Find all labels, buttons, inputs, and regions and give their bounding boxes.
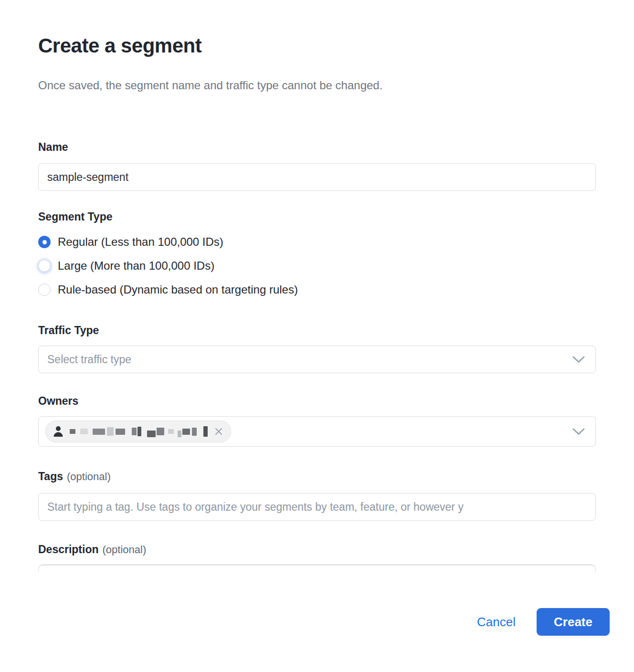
tags-label-text: Tags — [38, 470, 63, 483]
name-label: Name — [38, 140, 596, 154]
tags-optional-text: (optional) — [67, 471, 111, 483]
radio-option-label: Large (More than 100,000 IDs) — [58, 259, 214, 273]
segment-type-radio-group: Regular (Less than 100,000 IDs) Large (M… — [38, 230, 596, 302]
tags-input[interactable] — [38, 493, 596, 521]
name-field-group: Name — [38, 140, 596, 191]
description-textarea[interactable] — [38, 564, 596, 572]
traffic-type-label: Traffic Type — [38, 324, 596, 337]
dialog-footer: Cancel Create — [0, 608, 634, 636]
segment-type-group: Segment Type Regular (Less than 100,000 … — [38, 210, 596, 302]
x-icon[interactable] — [214, 427, 223, 436]
radio-unselected-icon[interactable] — [38, 284, 51, 296]
tags-label: Tags(optional) — [38, 470, 596, 483]
segment-type-label: Segment Type — [38, 210, 596, 223]
chevron-down-icon — [572, 428, 585, 435]
tags-group: Tags(optional) — [38, 470, 596, 521]
create-button[interactable]: Create — [537, 608, 610, 636]
owners-select[interactable] — [38, 416, 596, 447]
redacted-owner-text — [70, 425, 208, 438]
radio-option-label: Regular (Less than 100,000 IDs) — [58, 235, 223, 249]
traffic-type-group: Traffic Type Select traffic type — [38, 324, 596, 373]
radio-option-large[interactable]: Large (More than 100,000 IDs) — [38, 254, 596, 278]
radio-option-rule-based[interactable]: Rule-based (Dynamic based on targeting r… — [38, 278, 596, 302]
create-segment-dialog: Create a segment Once saved, the segment… — [0, 0, 634, 572]
cancel-button[interactable]: Cancel — [477, 615, 516, 630]
owner-chip[interactable] — [45, 420, 231, 442]
person-icon — [53, 425, 64, 438]
owners-group: Owners — [38, 394, 596, 447]
description-group: Description(optional) — [38, 543, 596, 572]
page-title: Create a segment — [38, 34, 596, 57]
owners-label: Owners — [38, 394, 596, 408]
traffic-type-select[interactable]: Select traffic type — [38, 346, 596, 373]
radio-option-label: Rule-based (Dynamic based on targeting r… — [58, 283, 298, 296]
radio-selected-icon[interactable] — [38, 236, 51, 248]
description-label: Description(optional) — [38, 543, 596, 556]
dialog-subtitle: Once saved, the segment name and traffic… — [38, 78, 596, 93]
description-label-text: Description — [38, 543, 99, 556]
traffic-type-placeholder: Select traffic type — [47, 353, 572, 366]
radio-unselected-icon[interactable] — [38, 260, 51, 272]
name-input[interactable] — [38, 163, 596, 191]
chevron-down-icon — [572, 356, 585, 363]
description-optional-text: (optional) — [103, 544, 147, 556]
radio-option-regular[interactable]: Regular (Less than 100,000 IDs) — [38, 230, 596, 254]
